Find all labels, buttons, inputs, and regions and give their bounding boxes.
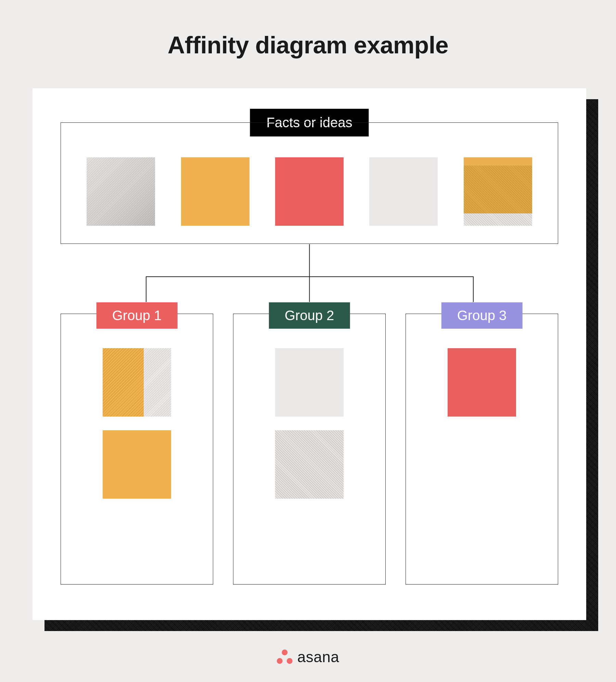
groups-row: Group 1 Group 2 Group 3	[61, 314, 558, 585]
group-box-3: Group 3	[406, 314, 558, 585]
group-swatch	[103, 430, 171, 499]
diagram-card: Facts or ideas Group 1 Group 2	[33, 88, 586, 620]
group-2-label: Group 2	[269, 302, 350, 329]
group-box-1: Group 1	[61, 314, 213, 585]
group-swatch	[448, 348, 516, 417]
group-1-label: Group 1	[97, 302, 178, 329]
group-box-2: Group 2	[233, 314, 386, 585]
group-swatch	[103, 348, 171, 417]
connector-line	[146, 276, 146, 302]
fact-swatch	[275, 157, 344, 226]
connector-line	[473, 276, 474, 302]
fact-swatch	[181, 157, 249, 226]
group-swatch	[275, 348, 344, 417]
connector-line	[309, 276, 310, 302]
fact-swatch	[87, 157, 155, 226]
fact-swatch	[369, 157, 438, 226]
brand-name: asana	[297, 648, 339, 666]
connector-line	[309, 244, 310, 276]
group-3-label: Group 3	[441, 302, 523, 329]
brand-footer: asana	[277, 648, 339, 666]
facts-swatch-row	[61, 157, 558, 226]
group-swatch	[275, 430, 344, 499]
page-title: Affinity diagram example	[0, 31, 616, 59]
facts-container	[61, 122, 558, 244]
fact-swatch	[464, 157, 532, 226]
asana-logo-icon	[277, 650, 293, 665]
